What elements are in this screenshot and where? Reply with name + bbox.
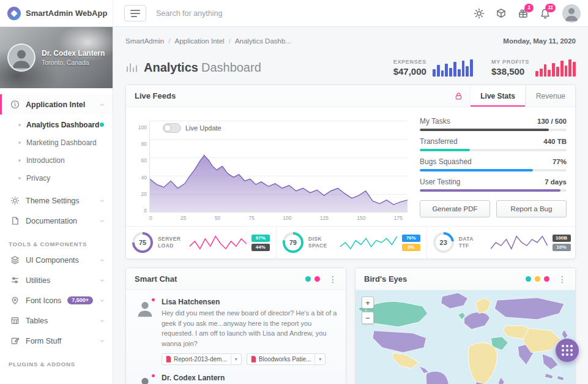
status-dot-pink[interactable] xyxy=(544,276,549,282)
live-feeds-body: Live Update 100806040200 xyxy=(126,107,575,226)
chevron-down-icon xyxy=(99,318,105,324)
form-pencil-icon xyxy=(10,336,20,345)
stat-bugs-squashed: Bugs Squashed77% xyxy=(420,157,567,171)
caret-down-icon[interactable]: ▾ xyxy=(231,355,241,364)
generate-pdf-button[interactable]: Generate PDF xyxy=(420,200,490,217)
sidebar-item-introduction[interactable]: Introduction xyxy=(0,151,113,169)
brand[interactable]: SmartAdmin WebApp xyxy=(0,0,113,26)
app-grid-icon xyxy=(562,345,573,356)
status-dot-teal[interactable] xyxy=(526,276,531,282)
tile-badge: 10% xyxy=(553,244,571,251)
tile-badge: 97% xyxy=(251,235,270,242)
stat-transferred: Transferred440 TB xyxy=(420,137,567,151)
profile-name: Dr. Codex Lantern xyxy=(42,49,105,59)
live-chart-area: Live Update 100806040200 xyxy=(135,115,408,221)
search-input[interactable] xyxy=(156,9,327,18)
tab-live-stats[interactable]: Live Stats xyxy=(470,85,526,107)
stat-label: My Tasks xyxy=(420,117,450,126)
notification-count-badge: 11 xyxy=(545,4,556,12)
status-dot-teal[interactable] xyxy=(305,276,311,282)
report-bug-button[interactable]: Report a Bug xyxy=(496,200,567,217)
sidebar-item-analytics-dashboard[interactable]: Analytics Dashboard xyxy=(0,116,113,134)
breadcrumb-item[interactable]: SmartAdmin xyxy=(125,37,164,45)
gift-count-badge: 1 xyxy=(524,4,534,12)
gauge-value: 75 xyxy=(135,235,151,250)
settings-button[interactable] xyxy=(468,2,490,24)
kebab-menu-icon[interactable]: ⋮ xyxy=(329,275,337,284)
cube-icon xyxy=(496,8,507,19)
chat-message: Lisa Hatchensen Hey did you meet the new… xyxy=(135,298,337,365)
status-dot-pink[interactable] xyxy=(314,276,320,282)
breadcrumb: SmartAdmin Application Intel Analytics D… xyxy=(125,32,576,50)
sidebar-item-ui-components[interactable]: UI Components xyxy=(0,250,113,270)
sidebar-item-form-stuff[interactable]: Form Stuff xyxy=(0,331,113,351)
y-axis-labels: 100806040200 xyxy=(133,124,147,214)
message-sender: Lisa Hatchensen xyxy=(162,298,337,306)
status-dot-yellow[interactable] xyxy=(535,276,540,282)
chat-message: Dr. Codex Lantern Thanks for the file! Y… xyxy=(135,374,337,384)
page-header: AnalyticsDashboard Expenses $47,000 My P… xyxy=(125,50,576,85)
chevron-up-icon xyxy=(99,102,105,108)
page-title-main: Analytics xyxy=(144,61,198,74)
message-sender: Dr. Codex Lantern xyxy=(162,374,337,382)
world-map[interactable]: + − xyxy=(355,290,575,384)
tile-server-load: 75 ServerLoad 97%44% xyxy=(126,227,277,258)
tile-badge: 100B xyxy=(553,235,571,242)
user-avatar-button[interactable] xyxy=(562,4,581,23)
sidebar-item-privacy[interactable]: Privacy xyxy=(0,169,113,187)
sidebar-item-tables[interactable]: Tables xyxy=(0,311,113,331)
attachment-name: Report-2013-dem... xyxy=(174,354,231,364)
sidebar-item-application-intel[interactable]: Application Intel xyxy=(0,94,113,115)
sidebar-item-documentation[interactable]: Documentation xyxy=(0,211,113,231)
stat-tiles-row: 75 ServerLoad 97%44% 79 DiskSpace 76%3% … xyxy=(126,226,575,258)
lock-icon xyxy=(455,92,463,100)
nav-label: Introduction xyxy=(26,156,65,165)
live-area-chart xyxy=(150,121,408,212)
sidebar-item-theme-settings[interactable]: Theme Settings xyxy=(0,190,113,211)
zoom-in-button[interactable]: + xyxy=(362,296,374,309)
page-title-sub: Dashboard xyxy=(201,61,261,74)
caret-down-icon[interactable]: ▾ xyxy=(314,355,325,364)
toggle-switch[interactable] xyxy=(163,123,181,133)
attachment-chip[interactable]: Bloodworks Patie... ▾ xyxy=(247,353,326,365)
attachment-name: Bloodworks Patie... xyxy=(259,354,315,364)
chevron-down-icon xyxy=(99,198,105,204)
kebab-menu-icon[interactable]: ⋮ xyxy=(558,275,567,284)
message-text: Hey did you meet the new board of direct… xyxy=(162,308,337,348)
nav-label: Analytics Dashboard xyxy=(26,121,99,129)
map-svg xyxy=(355,290,575,384)
zoom-out-button[interactable]: − xyxy=(362,312,374,324)
gauge-ring: 79 xyxy=(283,232,303,253)
file-icon xyxy=(162,354,174,364)
nav-label: Application Intel xyxy=(26,100,93,109)
breadcrumb-item[interactable]: Application Intel xyxy=(164,37,224,45)
stat-value: 440 TB xyxy=(543,138,567,145)
gifts-button[interactable]: 1 xyxy=(512,2,534,24)
stat-value: 130 / 500 xyxy=(537,118,567,125)
nav-label: Privacy xyxy=(26,174,50,183)
notifications-button[interactable]: 11 xyxy=(534,2,556,24)
smart-chat-header: Smart Chat ⋮ xyxy=(126,268,346,290)
nav-label: Marketing Dashboard xyxy=(26,138,97,147)
x-axis-labels: 0255075100125150175 xyxy=(149,215,408,221)
gauge-value: 79 xyxy=(285,235,301,250)
profits-sparkbars xyxy=(535,59,576,77)
table-icon xyxy=(10,316,20,325)
apps-button[interactable] xyxy=(490,2,512,24)
quick-settings-fab[interactable] xyxy=(556,339,579,362)
sidebar-item-font-icons[interactable]: Font Icons 7,500+ xyxy=(0,290,113,311)
stat-label: User Testing xyxy=(420,178,460,186)
live-update-toggle[interactable]: Live Update xyxy=(163,123,221,133)
progress-bar xyxy=(420,189,567,192)
sidebar-profile[interactable]: Dr. Codex Lantern Toronto, Canada xyxy=(0,27,113,88)
progress-bar xyxy=(420,149,567,151)
sidebar-item-marketing-dashboard[interactable]: Marketing Dashboard xyxy=(0,134,113,151)
attachment-chip[interactable]: Report-2013-dem... ▾ xyxy=(162,353,242,365)
top-navbar: SmartAdmin WebApp 1 11 xyxy=(0,0,588,27)
sidebar-item-utilities[interactable]: Utilities xyxy=(0,270,113,290)
app-logo-icon xyxy=(7,7,21,20)
tab-revenue[interactable]: Revenue xyxy=(526,85,575,107)
tile-badge: 76% xyxy=(402,235,420,242)
sparkline xyxy=(190,235,247,250)
menu-toggle-button[interactable] xyxy=(124,5,146,21)
